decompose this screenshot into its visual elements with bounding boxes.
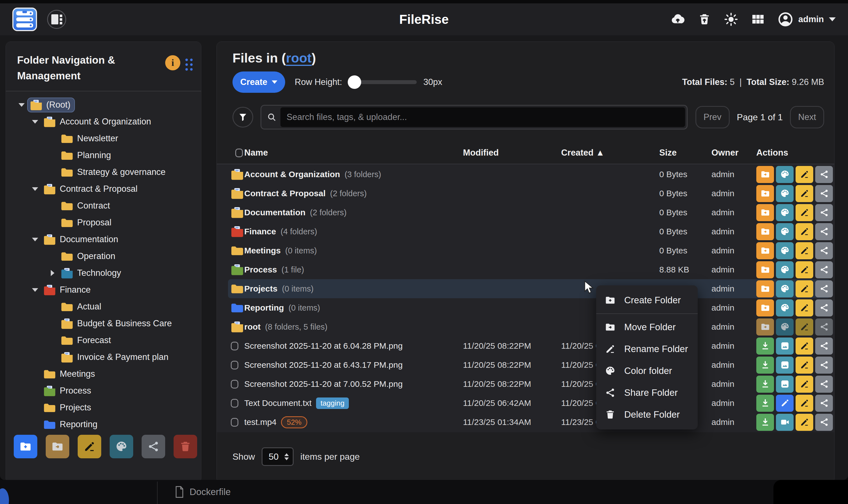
tree-item[interactable]: Strategy & governance	[6, 164, 198, 181]
caret-right-icon[interactable]	[47, 270, 58, 276]
tree-item[interactable]: Newsletter	[6, 130, 198, 147]
select-all-checkbox[interactable]	[235, 148, 243, 157]
download-action-button[interactable]	[756, 338, 774, 355]
trash-restore-icon[interactable]	[698, 12, 711, 26]
table-row-file[interactable]: Text Document.txttagging11/20/25 06:42AM…	[228, 394, 830, 413]
folder-move-action-button[interactable]	[756, 185, 774, 202]
folder-plus-button[interactable]	[14, 435, 37, 458]
pencil-action-button[interactable]	[796, 319, 813, 336]
pencil-action-button[interactable]	[796, 166, 813, 183]
download-action-button[interactable]	[756, 414, 774, 431]
slider-thumb[interactable]	[348, 75, 361, 89]
download-action-button[interactable]	[756, 357, 774, 374]
share-button[interactable]	[142, 435, 165, 458]
folder-move-action-button[interactable]	[756, 261, 774, 278]
sidebar-layout-button[interactable]	[47, 10, 66, 29]
pencil-action-button[interactable]	[796, 261, 813, 278]
table-row-folder[interactable]: Meetings(0 items)0 Bytesadmin	[228, 241, 830, 260]
info-icon[interactable]: i	[165, 55, 180, 70]
tree-item[interactable]: Budget & Business Care	[6, 315, 198, 332]
pencil-action-button[interactable]	[796, 357, 813, 374]
share-action-button[interactable]	[815, 242, 833, 259]
caret-down-icon[interactable]	[16, 103, 27, 107]
table-row-folder[interactable]: Process(1 file)8.88 KBadmin	[228, 260, 830, 279]
table-row-folder[interactable]: Documentation(2 folders)0 Bytesadmin	[228, 203, 830, 222]
folder-move-button[interactable]	[46, 435, 69, 458]
row-checkbox[interactable]	[231, 418, 238, 427]
tree-item[interactable]: (Root)	[6, 96, 198, 113]
tree-item[interactable]: Projects	[6, 399, 198, 416]
share-action-button[interactable]	[815, 357, 833, 374]
context-menu-item[interactable]: Color folder	[596, 360, 698, 382]
folder-move-action-button[interactable]	[756, 223, 774, 240]
column-header-created[interactable]: Created ▲	[561, 148, 659, 158]
download-action-button[interactable]	[756, 395, 774, 412]
root-link[interactable]: root	[286, 51, 312, 65]
image-action-button[interactable]	[776, 376, 794, 393]
palette-action-button[interactable]	[776, 166, 794, 183]
download-action-button[interactable]	[756, 376, 774, 393]
row-checkbox[interactable]	[231, 399, 238, 408]
filter-button[interactable]	[232, 107, 253, 128]
context-menu-item[interactable]: Delete Folder	[596, 404, 698, 426]
tree-item[interactable]: Actual	[6, 298, 198, 315]
palette-action-button[interactable]	[776, 204, 794, 221]
folder-move-action-button[interactable]	[756, 319, 774, 336]
tree-item[interactable]: Meetings	[6, 365, 198, 382]
image-action-button[interactable]	[776, 357, 794, 374]
tree-item[interactable]: Planning	[6, 147, 198, 164]
folder-move-action-button[interactable]	[756, 299, 774, 317]
next-page-button[interactable]: Next	[790, 106, 824, 128]
row-checkbox[interactable]	[231, 380, 238, 389]
grid-icon[interactable]	[751, 13, 765, 26]
context-menu-item[interactable]: Rename Folder	[596, 338, 698, 360]
tree-item[interactable]: Contract & Proposal	[6, 181, 198, 197]
folder-move-action-button[interactable]	[756, 166, 774, 183]
user-menu[interactable]: admin	[778, 12, 836, 27]
table-row-file[interactable]: test.mp452%11/23/25 01:34AM11/23/25 0adm…	[228, 413, 830, 432]
palette-action-button[interactable]	[776, 319, 794, 336]
folder-move-action-button[interactable]	[756, 204, 774, 221]
create-button[interactable]: Create	[232, 71, 285, 93]
tree-item[interactable]: Reporting	[6, 416, 198, 433]
table-row-folder[interactable]: Account & Organization(3 folders)0 Bytes…	[228, 165, 830, 184]
table-row-folder[interactable]: Finance(4 folders)0 Bytesadmin	[228, 222, 830, 241]
share-action-button[interactable]	[815, 166, 833, 183]
palette-action-button[interactable]	[776, 223, 794, 240]
column-header-modified[interactable]: Modified	[463, 148, 561, 158]
video-action-button[interactable]	[776, 414, 794, 431]
prev-page-button[interactable]: Prev	[695, 106, 730, 128]
tree-item[interactable]: Process	[6, 382, 198, 399]
table-row-folder[interactable]: Projects(0 items)0 Bytesadmin	[228, 279, 830, 298]
share-action-button[interactable]	[815, 223, 833, 240]
tree-item[interactable]: Account & Organization	[6, 113, 198, 130]
row-checkbox[interactable]	[231, 361, 238, 370]
pencil-action-button[interactable]	[796, 204, 813, 221]
pencil-action-button[interactable]	[796, 299, 813, 317]
column-header-owner[interactable]: Owner	[711, 148, 756, 158]
pencil-action-button[interactable]	[796, 395, 813, 412]
share-action-button[interactable]	[815, 204, 833, 221]
share-action-button[interactable]	[815, 338, 833, 355]
table-row-folder[interactable]: Reporting(0 items)admin	[228, 298, 830, 317]
drag-handle-icon[interactable]	[186, 59, 193, 71]
context-menu-item[interactable]: Move Folder	[596, 316, 698, 338]
row-height-slider[interactable]	[349, 80, 417, 84]
palette-action-button[interactable]	[776, 261, 794, 278]
caret-down-icon[interactable]	[30, 288, 41, 292]
caret-down-icon[interactable]	[30, 187, 41, 191]
pencil-action-button[interactable]	[796, 376, 813, 393]
context-menu-item[interactable]: Share Folder	[596, 382, 698, 404]
server-logo-icon[interactable]	[12, 7, 37, 31]
context-menu-item[interactable]: Create Folder	[596, 289, 698, 311]
pencil-action-button[interactable]	[796, 242, 813, 259]
table-row-file[interactable]: Screenshot 2025-11-20 at 6.43.17 PM.png1…	[228, 356, 830, 375]
palette-button[interactable]	[110, 435, 133, 458]
per-page-select[interactable]: 50	[262, 447, 294, 466]
sun-icon[interactable]	[724, 12, 738, 26]
tree-item[interactable]: Invoice & Payment plan	[6, 349, 198, 365]
pencil-action-button[interactable]	[796, 185, 813, 202]
column-header-name[interactable]: Name	[244, 148, 463, 158]
share-action-button[interactable]	[815, 261, 833, 278]
pencil-action-button[interactable]	[796, 280, 813, 298]
